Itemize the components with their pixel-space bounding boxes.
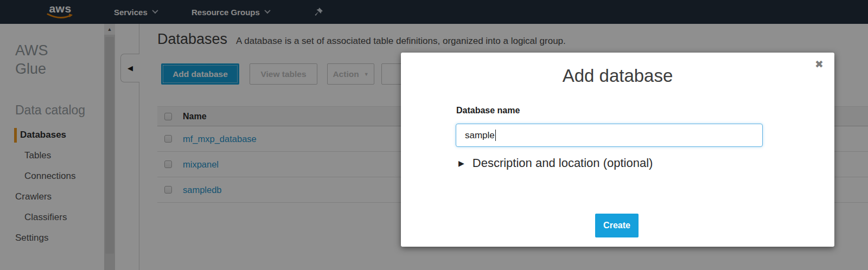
database-name-label: Database name <box>456 106 520 115</box>
input-value: sample <box>465 130 495 141</box>
create-button[interactable]: Create <box>595 214 639 237</box>
database-name-input[interactable]: sample <box>456 124 763 147</box>
description-location-expander[interactable]: ▶ Description and location (optional) <box>458 156 653 170</box>
close-icon[interactable]: ✖ <box>815 59 824 69</box>
expander-label: Description and location (optional) <box>473 156 653 170</box>
text-cursor <box>495 130 496 141</box>
expander-arrow-icon: ▶ <box>458 159 464 168</box>
modal-title: Add database <box>401 66 834 86</box>
add-database-modal: ✖ Add database Database name sample ▶ De… <box>401 53 834 247</box>
